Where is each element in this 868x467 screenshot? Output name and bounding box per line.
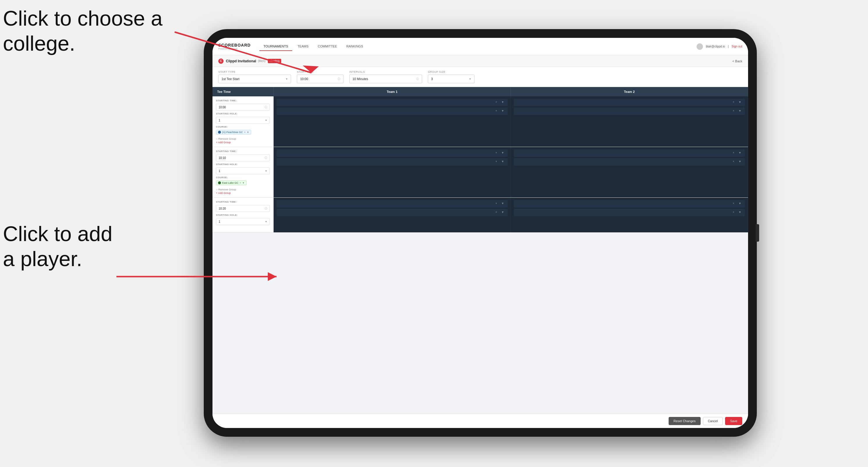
intervals-group: Intervals 10 Minutes ⓘ bbox=[349, 70, 422, 83]
brand: SCOREBOARD Powered by clippd bbox=[218, 43, 251, 50]
group-size-select[interactable]: 3 ▼ bbox=[428, 74, 474, 83]
intervals-select[interactable]: 10 Minutes ⓘ bbox=[349, 74, 422, 83]
player-slot[interactable]: × ▼ bbox=[277, 200, 508, 208]
player-chevron-icon[interactable]: ▼ bbox=[739, 100, 743, 104]
player-x-icon[interactable]: × bbox=[495, 151, 499, 155]
annotation-top-line2: college. bbox=[3, 31, 162, 56]
course-tag-2[interactable]: East Lake GC × ▼ bbox=[216, 181, 247, 185]
sign-out-link[interactable]: Sign out bbox=[732, 45, 742, 48]
nav-link-committee[interactable]: COMMITTEE bbox=[314, 42, 341, 51]
player-slot[interactable]: × ▼ bbox=[277, 158, 508, 166]
course-tag-1[interactable]: (A) Peachtree GC × ▼ bbox=[216, 130, 251, 134]
annotation-bottom-line2: a player. bbox=[3, 246, 112, 271]
player-chevron-icon[interactable]: ▼ bbox=[501, 151, 505, 155]
group-left-1: STARTING TIME: 10:00 ⓘ STARTING HOLE: 1 … bbox=[213, 96, 274, 147]
tablet-side-button[interactable] bbox=[756, 224, 759, 242]
player-chevron-icon[interactable]: ▼ bbox=[739, 211, 743, 215]
start-type-select[interactable]: 1st Tee Start ▼ bbox=[218, 74, 291, 83]
player-chevron-icon[interactable]: ▼ bbox=[501, 109, 505, 113]
nav-right: blair@clippd.io | Sign out bbox=[696, 43, 742, 50]
sub-header: C Clippd Invitational (Men) Hosting < Ba… bbox=[213, 55, 748, 67]
player-chevron-icon[interactable]: ▼ bbox=[501, 202, 505, 206]
back-button[interactable]: < Back bbox=[732, 59, 742, 63]
main-content: Start Type 1st Tee Start ▼ Start Time 10… bbox=[213, 67, 748, 428]
start-type-value: 1st Tee Start bbox=[221, 77, 240, 81]
player-chevron-icon[interactable]: ▼ bbox=[739, 160, 743, 164]
player-x-icon[interactable]: × bbox=[733, 160, 737, 164]
annotation-top-line1: Click to choose a bbox=[3, 6, 162, 31]
save-button[interactable]: Save bbox=[725, 417, 742, 425]
start-type-group: Start Type 1st Tee Start ▼ bbox=[218, 70, 291, 83]
hosting-badge: Hosting bbox=[268, 59, 281, 63]
player-slot[interactable]: × ▼ bbox=[514, 99, 745, 106]
cancel-button[interactable]: Cancel bbox=[703, 417, 723, 425]
player-slot[interactable]: × ▼ bbox=[514, 209, 745, 216]
player-x-icon[interactable]: × bbox=[495, 109, 499, 113]
group-left-3: STARTING TIME: 10:20 ⓘ STARTING HOLE: 1 … bbox=[213, 198, 274, 232]
brand-title: SCOREBOARD bbox=[218, 43, 251, 48]
add-group-btn-2[interactable]: + Add Group bbox=[216, 192, 270, 194]
time-info-icon-1: ⓘ bbox=[265, 105, 267, 109]
team1-cell-3: × ▼ × ▼ bbox=[274, 198, 511, 232]
player-chevron-icon[interactable]: ▼ bbox=[739, 109, 743, 113]
course-icon-2 bbox=[218, 181, 221, 184]
player-slot[interactable]: × ▼ bbox=[277, 209, 508, 216]
player-chevron-icon[interactable]: ▼ bbox=[501, 211, 505, 215]
add-group-btn-1[interactable]: + Add Group bbox=[216, 141, 270, 144]
start-time-value: 10:00 bbox=[300, 77, 308, 81]
reset-button[interactable]: Reset Changes bbox=[669, 417, 701, 425]
sub-title: Clippd Invitational bbox=[226, 59, 256, 63]
player-chevron-icon[interactable]: ▼ bbox=[501, 160, 505, 164]
player-chevron-icon[interactable]: ▼ bbox=[739, 151, 743, 155]
group-size-label: Group Size bbox=[428, 70, 474, 73]
player-x-icon[interactable]: × bbox=[733, 100, 737, 104]
starting-hole-label-3: STARTING HOLE: bbox=[216, 214, 270, 216]
team2-cell-1: × ▼ × ▼ bbox=[511, 96, 748, 147]
start-time-input[interactable]: 10:00 ⓘ bbox=[297, 74, 343, 83]
starting-time-input-1[interactable]: 10:00 ⓘ bbox=[216, 104, 270, 111]
nav-link-teams[interactable]: TEAMS bbox=[293, 42, 313, 51]
player-x-icon[interactable]: × bbox=[733, 109, 737, 113]
player-slot[interactable]: × ▼ bbox=[514, 107, 745, 115]
start-time-group: Start Time 10:00 ⓘ bbox=[297, 70, 343, 83]
sub-logo: C bbox=[218, 59, 223, 64]
avatar bbox=[696, 43, 703, 50]
remove-group-btn-1[interactable]: ○ Remove Group bbox=[216, 137, 270, 140]
player-x-icon[interactable]: × bbox=[733, 202, 737, 206]
player-x-icon[interactable]: × bbox=[733, 151, 737, 155]
player-slot[interactable]: × ▼ bbox=[514, 158, 745, 166]
player-slot[interactable]: × ▼ bbox=[514, 200, 745, 208]
player-slot[interactable]: × ▼ bbox=[514, 149, 745, 157]
table-row: STARTING TIME: 10:20 ⓘ STARTING HOLE: 1 … bbox=[213, 198, 748, 232]
nav-links: TOURNAMENTS TEAMS COMMITTEE RANKINGS bbox=[259, 42, 696, 51]
header-tee-time: Tee Time bbox=[213, 87, 274, 96]
starting-hole-label-1: STARTING HOLE: bbox=[216, 113, 270, 115]
player-slot[interactable]: × ▼ bbox=[277, 149, 508, 157]
remove-group-btn-2[interactable]: ○ Remove Group bbox=[216, 188, 270, 191]
brand-sub: Powered by clippd bbox=[218, 48, 251, 50]
player-x-icon[interactable]: × bbox=[495, 211, 499, 215]
starting-time-input-2[interactable]: 10:10 ⓘ bbox=[216, 154, 270, 161]
nav-link-rankings[interactable]: RANKINGS bbox=[342, 42, 367, 51]
team1-cell-1: × ▼ × ▼ bbox=[274, 96, 511, 147]
starting-time-input-3[interactable]: 10:20 ⓘ bbox=[216, 205, 270, 212]
starting-hole-input-3[interactable]: 1 ▼ bbox=[216, 218, 270, 225]
starting-hole-input-1[interactable]: 1 ▼ bbox=[216, 117, 270, 124]
start-type-label: Start Type bbox=[218, 70, 291, 73]
hole-chevron-3: ▼ bbox=[265, 220, 267, 223]
player-x-icon[interactable]: × bbox=[733, 211, 737, 215]
intervals-label: Intervals bbox=[349, 70, 422, 73]
player-slot[interactable]: × ▼ bbox=[277, 99, 508, 106]
hole-chevron-1: ▼ bbox=[265, 119, 267, 122]
starting-hole-input-2[interactable]: 1 ▼ bbox=[216, 167, 270, 175]
player-chevron-icon[interactable]: ▼ bbox=[739, 202, 743, 206]
player-x-icon[interactable]: × bbox=[495, 100, 499, 104]
player-chevron-icon[interactable]: ▼ bbox=[501, 100, 505, 104]
header-team1: Team 1 bbox=[274, 87, 511, 96]
course-icon-1 bbox=[218, 131, 221, 134]
player-x-icon[interactable]: × bbox=[495, 160, 499, 164]
nav-link-tournaments[interactable]: TOURNAMENTS bbox=[259, 42, 292, 51]
annotation-bottom-line1: Click to add bbox=[3, 221, 112, 246]
player-slot[interactable]: × ▼ bbox=[277, 107, 508, 115]
player-x-icon[interactable]: × bbox=[495, 202, 499, 206]
